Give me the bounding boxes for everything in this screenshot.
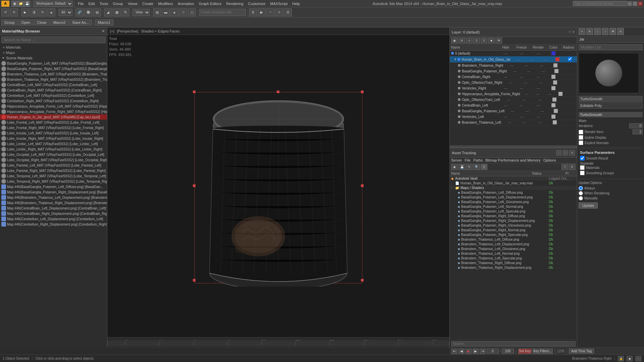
tab-macro1[interactable]: Macro1 — [95, 19, 113, 25]
layer-freeze[interactable]: — — [513, 86, 530, 90]
materials-expand[interactable]: Materials — [1, 45, 22, 50]
layer-row[interactable]: CentralBrain_Right — — — — [450, 74, 577, 80]
menu-customize[interactable]: Customize — [246, 1, 267, 6]
menu-rendering[interactable]: Rendering — [224, 1, 246, 6]
asset-row[interactable]: ■ BasalGanglia_Putamen_Left_Displacement… — [450, 195, 577, 200]
list-item[interactable]: Lobe_Limbic_Left_MAT (VRayFastSSS2) [Lob… — [0, 141, 107, 146]
tab-save-as[interactable]: Save As... — [69, 19, 92, 25]
close-btn[interactable]: ✕ — [638, 1, 643, 6]
modifier-turbosmooth[interactable]: TurboSmooth — [579, 96, 643, 102]
list-item[interactable]: BasalGanglia_Putamen_Right_MAT (VRayFast… — [0, 66, 107, 71]
create-tab-btn[interactable]: + — [579, 28, 585, 35]
normal-align-btn[interactable]: ▲ — [170, 8, 178, 16]
total-frames-input[interactable] — [502, 349, 514, 354]
layer-color[interactable] — [548, 97, 561, 102]
list-item[interactable]: Lobe_Parietal_Left_MAT (VRayFastSSS2) [L… — [0, 163, 107, 168]
frame-input[interactable] — [487, 349, 499, 354]
timeline[interactable]: 60 70 80 90 100 110 120 130 140 150 — [107, 340, 449, 347]
filter-dropdown[interactable]: All — [58, 9, 72, 16]
nav-btn[interactable]: ○ — [635, 356, 641, 361]
layer-color[interactable] — [547, 86, 560, 90]
asset-search-input[interactable] — [451, 341, 576, 347]
list-item[interactable]: Lobe_Temporal_Right_MAT (VRayFastSSS2) [… — [0, 179, 107, 184]
percent-snap[interactable]: % — [121, 8, 129, 16]
menu-animation[interactable]: Animation — [176, 1, 196, 6]
save-btn[interactable]: 💾 — [24, 1, 30, 7]
layer-radio[interactable] — [560, 116, 577, 117]
list-item[interactable]: Brainstem_Thalamus_Right_MAT (VRayFastSS… — [0, 77, 107, 82]
layer-add-btn[interactable]: + — [466, 38, 473, 44]
lock-btn[interactable]: 🔒 — [618, 356, 624, 361]
prev-frame-btn[interactable]: ◀ — [459, 349, 465, 354]
asset-row[interactable]: ■ BasalGanglia_Putamen_Left_Normal.png O… — [450, 204, 577, 209]
layer-hide-cell[interactable]: — — [512, 57, 524, 62]
scene-materials-expand[interactable]: ▼ Scene Materials — [0, 55, 107, 61]
layer-color[interactable] — [550, 69, 562, 73]
asset-help-btn[interactable]: ? — [561, 164, 568, 170]
asset-refresh-btn[interactable]: ↻ — [569, 164, 576, 170]
layer-row[interactable]: Hippocampus_Amygdala_Fornix_Right — — — — [450, 91, 577, 97]
asset-row-maps[interactable]: 📁 Maps / Shaders — [450, 186, 577, 190]
undo-btn[interactable]: ↺ — [1, 8, 9, 16]
asset-row[interactable]: ■ BasalGanglia_Putamen_Right_Glossiness.… — [450, 223, 577, 228]
layer-freeze-cell[interactable]: — — [524, 57, 538, 62]
asset-row[interactable]: ■ BasalGanglia_Putamen_Right_Normal.png … — [450, 228, 577, 233]
layer-freeze[interactable]: — — [532, 92, 544, 96]
layer-hide[interactable]: — — [498, 115, 513, 119]
modifier-search-input[interactable] — [579, 44, 643, 50]
layer-close-btn[interactable]: ✕ — [572, 30, 575, 34]
manually-radio[interactable] — [579, 196, 583, 200]
material-browser-close[interactable]: ✕ — [102, 29, 105, 34]
layer-radio[interactable] — [561, 82, 577, 83]
viewport-plus[interactable]: [+] — [110, 29, 114, 33]
layer-delete-btn[interactable]: ✕ — [459, 38, 465, 44]
layer-move-down-btn[interactable]: ⇩ — [481, 38, 487, 44]
layer-freeze[interactable]: — — [518, 80, 533, 85]
layer-render[interactable]: — — [533, 120, 548, 125]
asset-row[interactable]: ■ Brainstem_Thalamus_Right_Displacement.… — [450, 265, 577, 270]
asset-maximize-btn[interactable]: □ — [563, 150, 568, 156]
when-rendering-radio[interactable] — [579, 191, 583, 195]
rotate-btn[interactable]: ↻ — [39, 8, 47, 16]
layer-radio[interactable] — [560, 76, 577, 77]
ts-explicit-normals-checkbox[interactable] — [579, 140, 583, 145]
asset-menu-bitmap[interactable]: Bitmap Performance and Memory — [485, 158, 540, 162]
layer-color[interactable] — [547, 114, 560, 119]
layer-freeze[interactable]: — — [513, 75, 530, 79]
layer-row-selected[interactable]: ▼ Human_Brain_in_Old_Glass_Jar — — — — [450, 56, 577, 63]
list-item[interactable]: Lobe_Frontal_Left_MAT (VRayFastSSS2) [Lo… — [0, 120, 107, 125]
list-item[interactable]: Lobe_Insular_Left_MAT (VRayFastSSS2) [Lo… — [0, 130, 107, 136]
menu-edit[interactable]: Edit — [87, 1, 97, 6]
layer-color[interactable] — [550, 109, 562, 113]
layer-radio[interactable] — [560, 88, 577, 88]
workspace-select[interactable]: Workspace: Default — [33, 1, 73, 7]
list-item[interactable]: Hippocampus_Amygdala_Fornix_Left_MAT (VR… — [0, 104, 107, 109]
list-item[interactable]: Map #46(Brainstem_Thalamus_Left_Displace… — [0, 195, 107, 200]
asset-tb-btn4[interactable]: 🔍 — [473, 164, 480, 170]
asset-row[interactable]: ■ Brainstem_Thalamus_Right_Diffuse.png O… — [450, 261, 577, 265]
curve-editor-btn[interactable]: ~ — [266, 8, 274, 16]
layer-hide[interactable]: — — [502, 120, 517, 125]
list-item[interactable]: Map #46(Cerebellum_Right_Displacement.pn… — [0, 222, 107, 227]
select-btn[interactable]: ▶ — [21, 8, 29, 16]
layer-hide[interactable]: — — [498, 86, 513, 90]
layer-radio[interactable] — [561, 122, 577, 123]
play-btn[interactable]: ▶ — [466, 349, 472, 354]
layer-render[interactable]: — — [530, 115, 547, 119]
layer-freeze[interactable]: — — [520, 109, 535, 113]
layer-row[interactable]: Ventricles_Right — — — — [450, 85, 577, 91]
asset-row[interactable]: ■ BasalGanglia_Putamen_Right_Displacemen… — [450, 219, 577, 223]
next-frame-btn[interactable]: ▶ — [473, 349, 479, 354]
utility-tab-btn[interactable]: ⚛ — [617, 28, 624, 35]
parameter-editor-btn[interactable]: ⚛ — [275, 8, 283, 16]
viewport-perspective[interactable]: [Perspective] — [117, 29, 139, 33]
layer-color[interactable] — [549, 63, 561, 68]
list-item[interactable]: Brainstem_Thalamus_Left_MAT (VRayFastSSS… — [0, 71, 107, 77]
layer-render[interactable]: — — [544, 92, 555, 96]
angle-snap[interactable]: ▦ — [113, 8, 121, 16]
modify-tab-btn[interactable]: ✎ — [586, 28, 593, 35]
list-item[interactable]: Lobe_Temporal_Left_MAT (VRayFastSSS2) [L… — [0, 173, 107, 179]
new-btn[interactable]: ▣ — [11, 1, 17, 7]
layer-row[interactable]: Brainstem_Thalamus_Right — — — — [450, 63, 577, 68]
menu-create[interactable]: Create — [140, 1, 155, 6]
